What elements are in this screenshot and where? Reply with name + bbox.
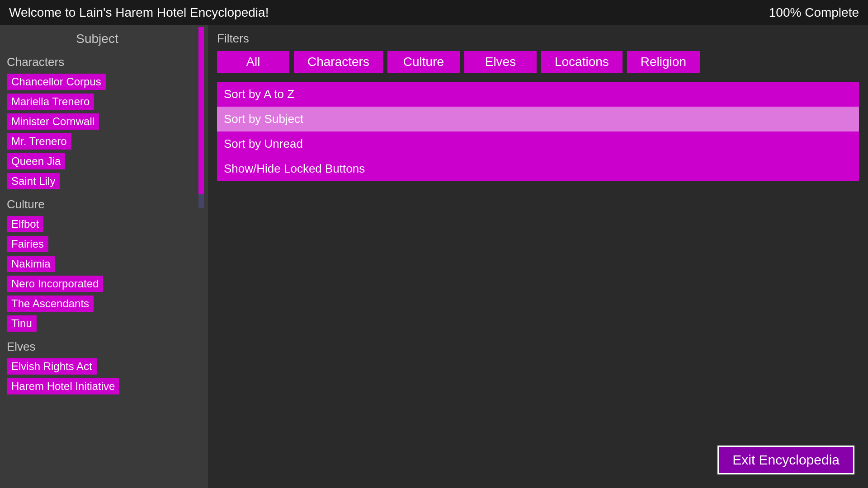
- filter-buttons: AllCharactersCultureElvesLocationsReligi…: [217, 51, 859, 73]
- subject-item-nero-incorporated[interactable]: Nero Incorporated: [7, 276, 103, 292]
- scrollbar-thumb-bottom: [198, 194, 204, 208]
- filter-btn-locations[interactable]: Locations: [541, 51, 623, 73]
- main-layout: Subject CharactersChancellor CorpusMarie…: [0, 25, 868, 488]
- filter-btn-characters[interactable]: Characters: [294, 51, 383, 73]
- category-heading-characters: Characters: [7, 55, 188, 69]
- completion-label: 100% Complete: [769, 5, 859, 20]
- subject-item-the-ascendants[interactable]: The Ascendants: [7, 296, 94, 312]
- filters-label: Filters: [217, 32, 859, 46]
- filter-btn-all[interactable]: All: [217, 51, 289, 73]
- subject-item-nakimia[interactable]: Nakimia: [7, 256, 55, 272]
- subject-item-fairies[interactable]: Fairies: [7, 236, 48, 252]
- sort-options: Sort by A to ZSort by SubjectSort by Unr…: [217, 82, 859, 181]
- subject-item-tinu[interactable]: Tinu: [7, 315, 37, 332]
- subject-item-minister-cornwall[interactable]: Minister Cornwall: [7, 113, 99, 130]
- category-heading-elves: Elves: [7, 340, 188, 354]
- subject-item-chancellor-corpus[interactable]: Chancellor Corpus: [7, 74, 106, 90]
- subject-item-saint-lily[interactable]: Saint Lily: [7, 173, 60, 189]
- sort-option-2[interactable]: Sort by Unread: [217, 131, 859, 156]
- sort-option-0[interactable]: Sort by A to Z: [217, 82, 859, 107]
- subject-list: Subject CharactersChancellor CorpusMarie…: [0, 25, 194, 488]
- filter-btn-culture[interactable]: Culture: [387, 51, 460, 73]
- subject-item-queen-jia[interactable]: Queen Jia: [7, 153, 65, 169]
- exit-encyclopedia-button[interactable]: Exit Encyclopedia: [717, 446, 854, 474]
- subject-item-mariella-trenero[interactable]: Mariella Trenero: [7, 94, 94, 110]
- subject-item-elvish-rights-act[interactable]: Elvish Rights Act: [7, 358, 97, 375]
- header-title: Welcome to Lain's Harem Hotel Encycloped…: [9, 5, 269, 20]
- subject-item-elfbot[interactable]: Elfbot: [7, 216, 43, 232]
- scrollbar-thumb-top: [198, 27, 204, 194]
- subject-item-harem-hotel-initiative[interactable]: Harem Hotel Initiative: [7, 378, 119, 394]
- header-bar: Welcome to Lain's Harem Hotel Encycloped…: [0, 0, 868, 25]
- left-panel: Subject CharactersChancellor CorpusMarie…: [0, 25, 208, 488]
- subject-heading: Subject: [7, 32, 188, 46]
- filter-btn-elves[interactable]: Elves: [464, 51, 537, 73]
- filter-btn-religion[interactable]: Religion: [627, 51, 700, 73]
- sort-option-3[interactable]: Show/Hide Locked Buttons: [217, 156, 859, 181]
- subject-item-mr.-trenero[interactable]: Mr. Trenero: [7, 133, 71, 150]
- category-heading-culture: Culture: [7, 197, 188, 211]
- sort-option-1[interactable]: Sort by Subject: [217, 107, 859, 131]
- scrollbar-track[interactable]: [198, 27, 204, 208]
- right-panel: Filters AllCharactersCultureElvesLocatio…: [208, 25, 868, 488]
- categories-container: CharactersChancellor CorpusMariella Tren…: [7, 55, 188, 398]
- scrollbar-area[interactable]: [194, 25, 208, 488]
